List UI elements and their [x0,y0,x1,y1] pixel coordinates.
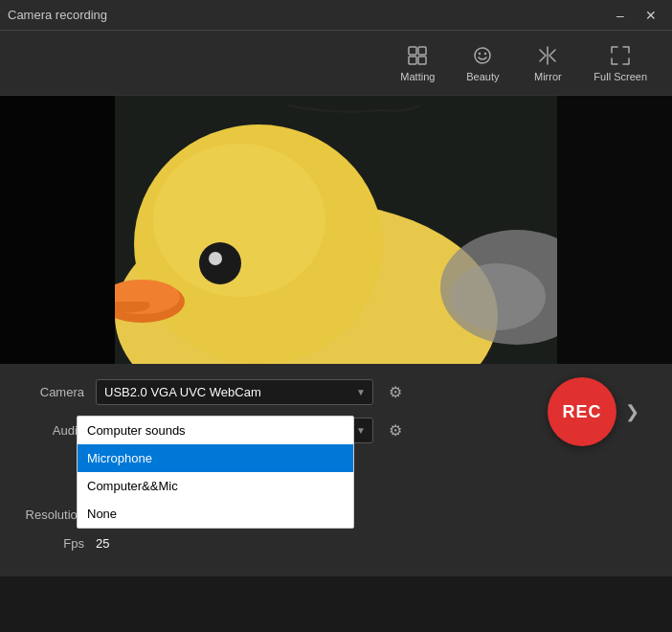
fullscreen-label: Full Screen [594,71,647,82]
audio-settings-button[interactable]: ⚙ [381,416,410,444]
audio-option-none[interactable]: None [78,500,353,528]
svg-rect-2 [409,56,416,64]
svg-point-12 [199,242,241,284]
camera-label: Camera [19,385,96,399]
camera-feed [0,96,672,364]
svg-point-4 [475,48,490,63]
app-title: Camera recording [8,8,107,22]
title-bar-left: Camera recording [8,8,107,22]
fps-label: Fps [19,536,96,551]
rec-button[interactable]: REC [548,377,616,446]
mirror-button[interactable]: Mirror [519,38,576,88]
audio-dropdown: Computer sounds Microphone Computer&&Mic… [77,416,354,529]
title-bar: Camera recording – ✕ [0,0,672,31]
svg-point-17 [450,263,546,330]
fullscreen-button[interactable]: Full Screen [584,38,657,88]
beauty-label: Beauty [466,71,499,82]
toolbar: Matting Beauty Mirror Full Screen [0,31,672,96]
svg-point-6 [484,52,486,54]
svg-rect-3 [418,56,426,64]
rec-chevron-button[interactable]: ❯ [620,400,643,423]
mirror-label: Mirror [534,71,562,82]
svg-rect-19 [557,96,672,364]
fullscreen-icon [609,44,632,67]
camera-select-wrap: USB2.0 VGA UVC WebCam ▼ [96,379,373,405]
camera-view [0,96,672,364]
rec-area: REC ❯ [548,377,643,446]
audio-option-computer-mic[interactable]: Computer&&Mic [78,472,353,500]
svg-rect-18 [0,96,115,364]
controls-panel: Camera USB2.0 VGA UVC WebCam ▼ ⚙ Audio C… [0,364,672,576]
svg-point-11 [153,144,325,297]
fps-value: 25 [96,536,109,551]
matting-label: Matting [400,71,435,82]
beauty-button[interactable]: Beauty [454,38,511,88]
matting-button[interactable]: Matting [389,38,446,88]
beauty-icon [471,44,494,67]
close-button[interactable]: ✕ [638,2,664,29]
audio-option-computer-sounds[interactable]: Computer sounds [78,417,353,444]
svg-rect-0 [409,47,416,55]
fps-row: Fps 25 [19,529,653,557]
minimize-button[interactable]: – [607,2,634,29]
camera-select[interactable]: USB2.0 VGA UVC WebCam [96,379,373,405]
svg-point-13 [209,252,222,265]
svg-rect-1 [418,47,426,55]
camera-settings-button[interactable]: ⚙ [381,377,410,406]
mirror-icon [536,44,559,67]
audio-option-microphone[interactable]: Microphone [78,444,353,472]
svg-point-5 [479,52,481,54]
matting-icon [406,44,429,67]
title-bar-controls: – ✕ [607,2,664,29]
